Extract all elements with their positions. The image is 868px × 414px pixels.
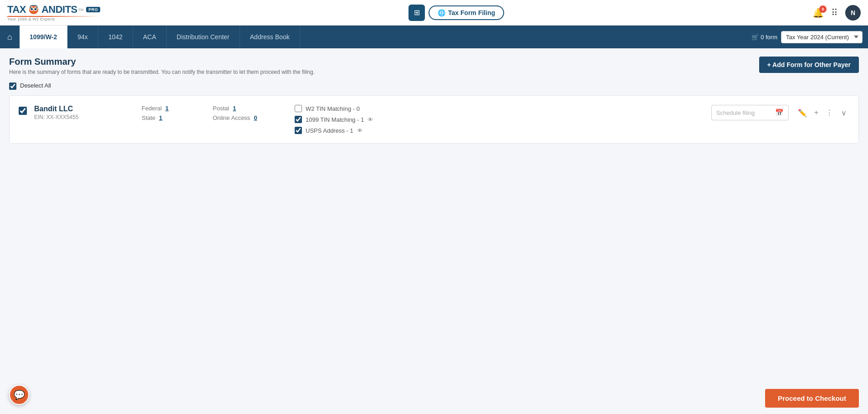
notification-button[interactable]: 🔔 0 — [812, 7, 824, 18]
plus-icon: + — [814, 109, 818, 116]
online-value[interactable]: 0 — [254, 114, 257, 121]
tin-1099-eye-icon[interactable]: 👁 — [368, 116, 373, 123]
state-label: State — [142, 114, 155, 121]
main-content: Form Summary Here is the summary of form… — [0, 48, 868, 414]
payer-matching: W2 TIN Matching - 0 1099 TIN Matching - … — [295, 105, 386, 134]
postal-stat: Postal 1 — [213, 105, 276, 112]
online-label: Online Access — [213, 114, 250, 121]
usps-eye-icon[interactable]: 👁 — [357, 127, 363, 134]
more-options-button[interactable]: ⋮ — [824, 108, 835, 118]
usps-row: USPS Address - 1 👁 — [295, 127, 386, 134]
w2-tin-label: W2 TIN Matching - 0 — [306, 105, 360, 112]
nav-item-94x[interactable]: 94x — [67, 26, 98, 48]
add-form-button[interactable]: + Add Form for Other Payer — [759, 57, 859, 73]
notification-badge: 0 — [819, 5, 827, 13]
deselect-all-label[interactable]: Deselect All — [20, 82, 51, 89]
online-stat: Online Access 0 — [213, 114, 276, 121]
logo-owl-icon — [27, 4, 41, 15]
edit-icon: ✏️ — [798, 109, 807, 117]
avatar[interactable]: N — [845, 5, 861, 21]
payer-stats: Federal 1 State 1 — [142, 105, 196, 121]
w2-tin-row: W2 TIN Matching - 0 — [295, 105, 386, 112]
cart-label: 0 form — [761, 34, 777, 41]
logo-tm: TM — [78, 8, 84, 12]
federal-label: Federal — [142, 105, 162, 112]
nav-item-1099w2[interactable]: 1099/W-2 — [20, 26, 67, 48]
grid-button[interactable]: ⊞ — [408, 5, 425, 21]
checkout-label: Proceed to Checkout — [778, 394, 846, 402]
nav-label-1042: 1042 — [108, 33, 123, 41]
home-icon: ⌂ — [7, 32, 12, 42]
nav-label-aca: ACA — [143, 33, 156, 41]
payer-checkbox[interactable] — [19, 107, 27, 115]
tax-form-label: Tax Form Filing — [448, 9, 495, 16]
payer-card: Bandit LLC EIN: XX-XXX5455 Federal 1 Sta… — [9, 95, 859, 144]
grid-icon: ⊞ — [414, 8, 420, 17]
logo-tax: TAX — [7, 4, 26, 16]
tax-year-select[interactable]: Tax Year 2024 (Current) — [781, 31, 863, 43]
usps-label: USPS Address - 1 — [306, 127, 353, 134]
schedule-section: Schedule filing 📅 ✏️ + ⋮ ∨ — [711, 105, 849, 120]
deselect-row: Deselect All — [9, 81, 859, 90]
logo: TAX ANDITS TM PRO — [7, 4, 100, 21]
nav-label-distribution: Distribution Center — [177, 33, 230, 41]
nav-item-1042[interactable]: 1042 — [98, 26, 133, 48]
form-summary-header: Form Summary Here is the summary of form… — [9, 57, 859, 75]
svg-point-6 — [36, 8, 36, 9]
logo-tagline: Your 1099 & W2 Experts — [7, 17, 100, 21]
header-right: 🔔 0 ⠿ N — [812, 5, 861, 21]
add-button[interactable]: + — [812, 108, 820, 118]
logo-area: TAX ANDITS TM PRO — [7, 4, 100, 21]
w2-tin-checkbox[interactable] — [295, 105, 302, 112]
postal-label: Postal — [213, 105, 229, 112]
page-description: Here is the summary of forms that are re… — [9, 69, 315, 75]
form-summary-info: Form Summary Here is the summary of form… — [9, 57, 315, 75]
tin-1099-label: 1099 TIN Matching - 1 — [306, 116, 364, 123]
federal-value[interactable]: 1 — [165, 105, 168, 112]
state-stat: State 1 — [142, 114, 196, 121]
add-form-label: + Add Form for Other Payer — [767, 61, 851, 68]
tax-form-button[interactable]: 🌐 Tax Form Filing — [429, 5, 504, 20]
cart-button[interactable]: 🛒 0 form — [751, 34, 777, 41]
chevron-down-icon: ∨ — [841, 109, 847, 117]
nav-item-distribution[interactable]: Distribution Center — [167, 26, 240, 48]
navbar: ⌂ 1099/W-2 94x 1042 ACA Distribution Cen… — [0, 26, 868, 48]
deselect-all-checkbox[interactable] — [9, 83, 16, 90]
nav-right: 🛒 0 form Tax Year 2024 (Current) — [751, 31, 868, 43]
calendar-icon: 📅 — [775, 109, 784, 117]
nav-item-aca[interactable]: ACA — [133, 26, 167, 48]
schedule-placeholder: Schedule filing — [716, 109, 755, 116]
nav-label-1099w2: 1099/W-2 — [30, 33, 57, 41]
ellipsis-icon: ⋮ — [826, 109, 833, 117]
federal-stat: Federal 1 — [142, 105, 196, 112]
state-value[interactable]: 1 — [159, 114, 162, 121]
apps-button[interactable]: ⠿ — [831, 7, 838, 18]
cart-icon: 🛒 — [751, 34, 759, 41]
postal-value[interactable]: 1 — [233, 105, 236, 112]
nav-label-94x: 94x — [77, 33, 88, 41]
nav-home-button[interactable]: ⌂ — [0, 26, 20, 48]
payer-name: Bandit LLC — [34, 105, 125, 113]
payer-info: Bandit LLC EIN: XX-XXX5455 — [34, 105, 125, 120]
globe-icon: 🌐 — [438, 9, 445, 16]
chat-icon: 💬 — [14, 389, 25, 400]
schedule-filing-input[interactable]: Schedule filing 📅 — [711, 105, 789, 120]
edit-button[interactable]: ✏️ — [796, 108, 809, 118]
logo-andits: ANDITS — [41, 4, 77, 16]
chat-bubble[interactable]: 💬 — [9, 385, 29, 405]
apps-icon: ⠿ — [831, 8, 838, 18]
header: TAX ANDITS TM PRO — [0, 0, 868, 26]
expand-button[interactable]: ∨ — [838, 108, 849, 118]
tin-1099-checkbox[interactable] — [295, 116, 302, 123]
action-icons: ✏️ + ⋮ ∨ — [796, 108, 849, 118]
page-title: Form Summary — [9, 57, 315, 67]
checkout-button[interactable]: Proceed to Checkout — [765, 389, 859, 408]
payer-card-inner: Bandit LLC EIN: XX-XXX5455 Federal 1 Sta… — [19, 105, 849, 134]
nav-item-addressbook[interactable]: Address Book — [240, 26, 300, 48]
payer-postal: Postal 1 Online Access 0 — [213, 105, 276, 121]
pro-badge: PRO — [86, 7, 100, 12]
payer-ein: EIN: XX-XXX5455 — [34, 114, 125, 120]
usps-checkbox[interactable] — [295, 127, 302, 134]
nav-label-addressbook: Address Book — [250, 33, 290, 41]
header-center: ⊞ 🌐 Tax Form Filing — [106, 5, 807, 21]
